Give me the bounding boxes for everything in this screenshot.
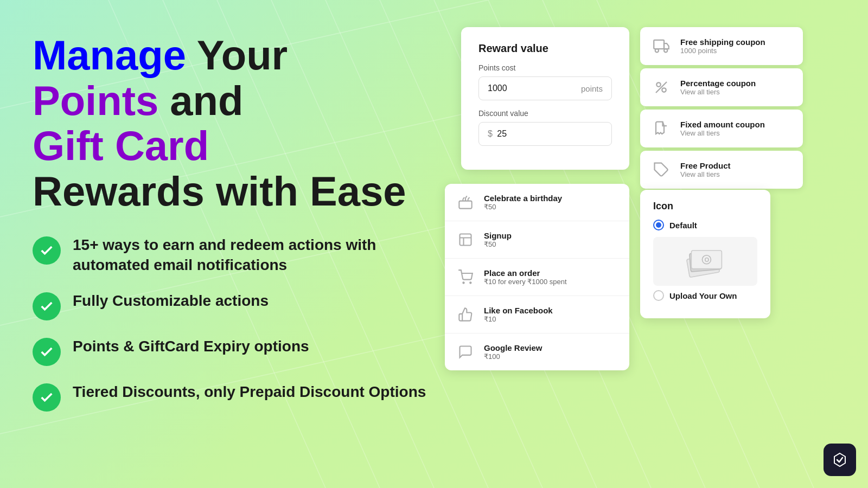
- feature-text-2: Fully Customizable actions: [73, 291, 269, 311]
- coupon-card-product: Free Product View all tiers: [640, 151, 803, 189]
- receipt-icon: [651, 118, 672, 139]
- radio-upload[interactable]: [653, 290, 664, 301]
- svg-rect-15: [460, 234, 471, 246]
- action-name-order: Place an order: [484, 268, 567, 278]
- action-info-birthday: Celebrate a birthday ₹50: [484, 194, 562, 211]
- action-points-signup: ₹50: [484, 240, 512, 248]
- icon-preview: O: [653, 237, 757, 286]
- feature-text-3: Points & GiftCard Expiry options: [73, 337, 309, 356]
- action-points-google: ₹100: [484, 352, 542, 361]
- svg-point-21: [656, 82, 661, 87]
- reward-card-title: Reward value: [478, 42, 612, 55]
- discount-input[interactable]: $ 25: [478, 122, 612, 146]
- coupon-info-product: Free Product View all tiers: [680, 161, 731, 178]
- action-info-facebook: Like on Facebook ₹10: [484, 306, 553, 323]
- coupon-sub-shipping: 1000 points: [680, 47, 765, 55]
- action-name-facebook: Like on Facebook: [484, 306, 553, 315]
- action-item-order: Place an order ₹10 for every ₹1000 spent: [445, 259, 629, 296]
- discount-value: 25: [497, 129, 507, 138]
- action-item-google: Google Review ₹100: [445, 333, 629, 370]
- percent-icon: [651, 77, 672, 98]
- right-column: Free shipping coupon 1000 points: [640, 27, 803, 329]
- icon-card-title: Icon: [653, 201, 757, 212]
- action-name-birthday: Celebrate a birthday: [484, 194, 562, 203]
- logo-button[interactable]: [824, 444, 856, 476]
- svg-rect-14: [459, 201, 471, 209]
- coupon-card-percentage: Percentage coupon View all tiers: [640, 68, 803, 106]
- check-icon-4: [33, 383, 61, 412]
- svg-point-16: [463, 282, 464, 283]
- svg-point-22: [662, 88, 666, 92]
- cart-icon: [456, 267, 475, 287]
- headline-points: Points: [33, 78, 158, 124]
- feature-text-1: 15+ ways to earn and redeem actions with…: [73, 235, 445, 275]
- middle-column: Reward value Points cost 1000 points Dis…: [445, 27, 629, 370]
- icon-label-default: Default: [669, 221, 697, 230]
- actions-card: Celebrate a birthday ₹50: [445, 184, 629, 370]
- check-icon-3: [33, 338, 61, 366]
- feature-item: Tiered Discounts, only Prepaid Discount …: [33, 382, 445, 412]
- coupon-sub-fixed: View all tiers: [680, 129, 765, 137]
- coupon-name-fixed: Fixed amount coupon: [680, 120, 765, 129]
- radio-default-inner: [656, 222, 661, 228]
- tag-icon: [651, 159, 672, 180]
- features-list: 15+ ways to earn and redeem actions with…: [33, 235, 445, 412]
- points-cost-label: Points cost: [478, 63, 612, 72]
- action-points-facebook: ₹10: [484, 315, 553, 323]
- icon-card: Icon Default O: [640, 190, 770, 318]
- feature-text-4: Tiered Discounts, only Prepaid Discount …: [73, 382, 426, 402]
- coupon-info-fixed: Fixed amount coupon View all tiers: [680, 120, 765, 137]
- radio-default[interactable]: [653, 220, 664, 230]
- headline-your: Your: [186, 32, 288, 78]
- points-value: 1000: [488, 84, 507, 93]
- coupon-info-percentage: Percentage coupon View all tiers: [680, 79, 756, 96]
- truck-icon: [651, 36, 672, 56]
- action-info-order: Place an order ₹10 for every ₹1000 spent: [484, 268, 567, 286]
- action-points-order: ₹10 for every ₹1000 spent: [484, 278, 567, 286]
- coupon-name-shipping: Free shipping coupon: [680, 37, 765, 47]
- action-item-birthday: Celebrate a birthday ₹50: [445, 184, 629, 221]
- dollar-sign: $: [488, 129, 493, 138]
- svg-text:O: O: [704, 256, 709, 263]
- right-section: Reward value Points cost 1000 points Dis…: [445, 22, 835, 370]
- icon-option-default[interactable]: Default: [653, 220, 757, 230]
- review-icon: [456, 342, 475, 362]
- coupon-card-shipping: Free shipping coupon 1000 points: [640, 27, 803, 65]
- signup-icon: [456, 230, 475, 249]
- check-icon-1: [33, 236, 61, 265]
- icon-label-upload: Upload Your Own: [669, 291, 737, 300]
- action-info-google: Google Review ₹100: [484, 343, 542, 361]
- svg-point-17: [470, 282, 471, 283]
- coupon-name-percentage: Percentage coupon: [680, 79, 756, 88]
- headline-and: and: [158, 78, 243, 124]
- check-icon-2: [33, 292, 61, 320]
- action-item-signup: Signup ₹50: [445, 221, 629, 259]
- points-unit: points: [581, 84, 603, 93]
- action-name-google: Google Review: [484, 343, 542, 352]
- action-name-signup: Signup: [484, 231, 512, 240]
- action-item-facebook: Like on Facebook ₹10: [445, 296, 629, 333]
- headline: Manage Your Points and Gift Card Rewards…: [33, 33, 445, 214]
- icon-option-upload[interactable]: Upload Your Own: [653, 290, 757, 301]
- coupon-name-product: Free Product: [680, 161, 731, 170]
- discount-label: Discount value: [478, 109, 612, 118]
- headline-gift-card: Gift Card: [33, 123, 209, 169]
- headline-rewards-ease: Rewards with Ease: [33, 168, 406, 214]
- coupon-info-shipping: Free shipping coupon 1000 points: [680, 37, 765, 55]
- svg-point-20: [664, 49, 667, 52]
- birthday-icon: [456, 192, 475, 212]
- feature-item: Points & GiftCard Expiry options: [33, 337, 445, 366]
- svg-point-19: [655, 49, 659, 52]
- action-info-signup: Signup ₹50: [484, 231, 512, 248]
- thumbsup-icon: [456, 305, 475, 324]
- svg-rect-18: [654, 40, 664, 49]
- coupon-sub-percentage: View all tiers: [680, 88, 756, 96]
- feature-item: 15+ ways to earn and redeem actions with…: [33, 235, 445, 275]
- action-points-birthday: ₹50: [484, 203, 562, 211]
- coupon-card-fixed: Fixed amount coupon View all tiers: [640, 110, 803, 147]
- left-section: Manage Your Points and Gift Card Rewards…: [33, 22, 445, 412]
- points-cost-input[interactable]: 1000 points: [478, 76, 612, 100]
- feature-item: Fully Customizable actions: [33, 291, 445, 320]
- headline-manage: Manage: [33, 32, 186, 78]
- reward-value-card: Reward value Points cost 1000 points Dis…: [461, 27, 629, 170]
